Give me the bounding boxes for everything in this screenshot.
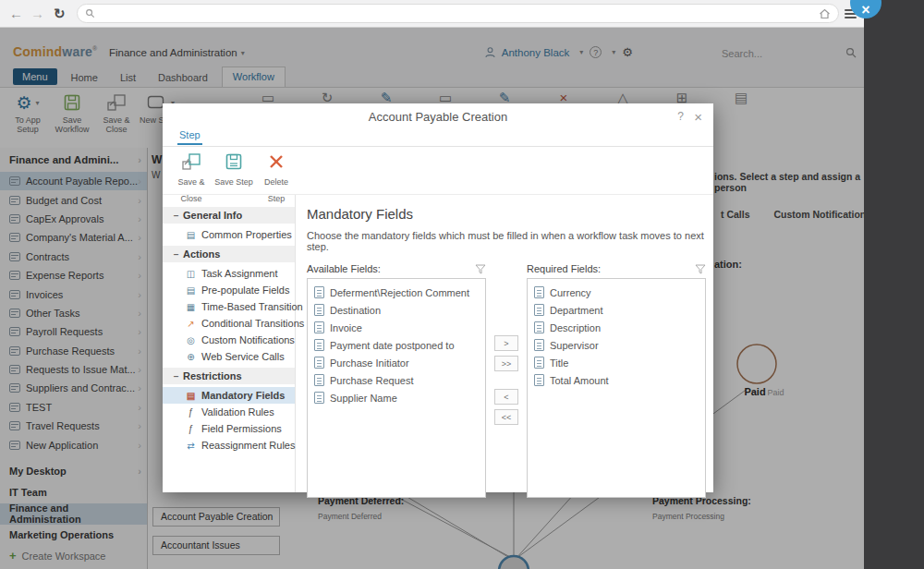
field-item[interactable]: Total Amount bbox=[528, 371, 705, 389]
search-icon[interactable] bbox=[845, 47, 857, 58]
dialog-nav-item[interactable]: ▦ Time-Based Transition bbox=[163, 298, 295, 315]
search-field[interactable]: Search... bbox=[722, 48, 762, 59]
save-step-button[interactable]: Save Step bbox=[213, 147, 255, 194]
background-tab[interactable]: Custom Notifications bbox=[774, 209, 864, 220]
back-icon[interactable] bbox=[9, 6, 23, 20]
create-workspace-button[interactable]: Create Workspace bbox=[0, 546, 147, 566]
dialog-nav-item[interactable]: ◎ Custom Notifications bbox=[163, 332, 295, 348]
app-tab[interactable]: Workflow bbox=[222, 67, 286, 87]
workspace-item[interactable]: My Desktop bbox=[0, 461, 147, 482]
sidebar-item[interactable]: Suppliers and Contrac... bbox=[0, 379, 147, 397]
dialog-close-icon[interactable]: × bbox=[694, 109, 702, 125]
sidebar-item[interactable]: Requests to Issue Mat... bbox=[0, 360, 147, 379]
field-doc-icon bbox=[314, 339, 324, 351]
to-app-setup-button[interactable]: To App Setup bbox=[6, 88, 50, 134]
dialog-nav-item[interactable]: ▤ Pre-populate Fields bbox=[163, 282, 295, 298]
chevron-right-icon bbox=[138, 466, 141, 477]
dialog-nav-item[interactable]: ◫ Task Assignment bbox=[163, 265, 295, 282]
workspace-item[interactable]: Marketing Operations bbox=[0, 525, 147, 546]
field-item[interactable]: Currency bbox=[528, 284, 705, 301]
field-item[interactable]: Department bbox=[528, 301, 705, 319]
workspace-item[interactable]: IT Team bbox=[0, 482, 147, 503]
transfer-button[interactable]: << bbox=[494, 409, 518, 425]
sidebar-item[interactable]: Contracts bbox=[0, 248, 147, 266]
field-item[interactable]: Purchase Request bbox=[308, 371, 485, 389]
transfer-button[interactable]: >> bbox=[494, 356, 518, 371]
app-tab[interactable]: Home bbox=[63, 69, 106, 87]
background-tab[interactable]: t Calls bbox=[721, 209, 750, 220]
field-item[interactable]: Invoice bbox=[308, 319, 485, 336]
dialog-nav-item[interactable]: ▤ Mandatory Fields bbox=[163, 387, 295, 404]
field-item[interactable]: Supplier Name bbox=[308, 389, 485, 406]
field-doc-icon bbox=[314, 392, 324, 404]
dialog-nav-item[interactable]: ƒ Validation Rules bbox=[163, 404, 295, 420]
filter-icon[interactable] bbox=[695, 264, 706, 274]
field-item[interactable]: Payment date postponed to bbox=[308, 336, 485, 354]
app-icon bbox=[9, 290, 20, 299]
chevron-down-icon[interactable] bbox=[612, 48, 615, 56]
workspace-item[interactable]: Finance and Administration bbox=[0, 503, 147, 525]
sidebar-item[interactable]: Invoices bbox=[0, 284, 147, 303]
help-icon[interactable]: ? bbox=[590, 46, 602, 58]
tab-step[interactable]: Step bbox=[177, 126, 202, 145]
sidebar-item[interactable]: Company's Material A... bbox=[0, 228, 147, 247]
workflow-list-button[interactable]: Account Payable Creation bbox=[152, 507, 280, 527]
filter-icon[interactable] bbox=[475, 264, 486, 274]
chevron-right-icon bbox=[138, 382, 141, 393]
save-workflow-button[interactable]: Save Workflow bbox=[50, 88, 94, 134]
field-item[interactable]: Deferment\Rejection Comment bbox=[308, 284, 485, 301]
sidebar-item[interactable]: Purchase Requests bbox=[0, 342, 147, 360]
dialog-nav-item[interactable]: – Restrictions bbox=[163, 368, 295, 384]
workspace-dropdown[interactable]: Finance and Administration bbox=[109, 47, 245, 58]
user-menu[interactable]: Anthony Black bbox=[502, 47, 570, 58]
field-doc-icon bbox=[314, 357, 324, 369]
dialog-nav-item[interactable]: ↗ Conditional Transitions bbox=[163, 315, 295, 332]
forward-icon[interactable] bbox=[30, 6, 44, 20]
sidebar-item[interactable]: Budget and Cost bbox=[0, 190, 147, 209]
field-item[interactable]: Destination bbox=[308, 301, 485, 319]
field-item[interactable]: Supervisor bbox=[528, 336, 705, 354]
app-tab[interactable]: Menu bbox=[13, 68, 57, 85]
dialog-nav-item[interactable]: ▤ Common Properties bbox=[163, 226, 295, 243]
dialog-toolbar: Save & Close Save Step Delete Step bbox=[163, 147, 713, 195]
dialog-nav-item[interactable]: – General Info bbox=[163, 207, 295, 224]
app-tab[interactable]: Dashboard bbox=[150, 69, 216, 87]
dialog-nav-item[interactable]: ⊕ Web Service Calls bbox=[163, 348, 295, 365]
dialog-nav-item[interactable]: ƒ Field Permissions bbox=[163, 420, 295, 437]
save-close-button[interactable]: Save & Close bbox=[94, 88, 139, 134]
sidebar-item[interactable]: Other Tasks bbox=[0, 304, 147, 322]
sidebar-item[interactable]: Expense Reports bbox=[0, 266, 147, 284]
printer-icon[interactable]: ▤ bbox=[734, 90, 748, 106]
chevron-right-icon bbox=[138, 270, 141, 281]
sidebar-item[interactable]: Payroll Requests bbox=[0, 322, 147, 341]
home-icon[interactable] bbox=[819, 8, 831, 19]
available-fields-list[interactable]: Deferment\Rejection Comment Destination bbox=[307, 278, 486, 498]
address-bar[interactable] bbox=[77, 4, 839, 23]
reassignment-icon: ⇄ bbox=[185, 441, 197, 451]
sidebar-item[interactable]: Travel Requests bbox=[0, 417, 147, 435]
chevron-right-icon bbox=[138, 232, 141, 243]
field-doc-icon bbox=[314, 374, 324, 386]
workflow-list-button[interactable]: Accountant Issues bbox=[152, 536, 280, 555]
delete-step-button[interactable]: Delete Step bbox=[255, 147, 298, 194]
sidebar-item[interactable]: Account Payable Repo... bbox=[0, 172, 147, 190]
field-item[interactable]: Title bbox=[528, 354, 705, 371]
field-item[interactable]: Description bbox=[528, 319, 705, 336]
save-and-close-step-button[interactable]: Save & Close bbox=[170, 147, 213, 194]
sidebar-group-header[interactable]: Finance and Admini... bbox=[0, 148, 147, 172]
transfer-button[interactable]: > bbox=[494, 335, 518, 351]
sidebar-item[interactable]: New Application bbox=[0, 435, 147, 454]
dialog-nav-item[interactable]: ⇄ Reassignment Rules bbox=[163, 437, 295, 454]
required-fields-list[interactable]: Currency Department Descript bbox=[527, 278, 706, 498]
sidebar-item[interactable]: TEST bbox=[0, 398, 147, 417]
app-tab[interactable]: List bbox=[112, 69, 144, 87]
chevron-down-icon[interactable] bbox=[579, 48, 583, 56]
workflow-node-paid[interactable]: PaidPaid bbox=[732, 342, 796, 397]
dialog-help-icon[interactable]: ? bbox=[677, 110, 684, 123]
sidebar-item[interactable]: CapEx Approvals bbox=[0, 210, 147, 228]
refresh-icon[interactable] bbox=[54, 6, 66, 20]
settings-gear-icon[interactable] bbox=[622, 45, 633, 59]
field-item[interactable]: Purchase Initiator bbox=[308, 354, 485, 371]
dialog-nav-item[interactable]: – Actions bbox=[163, 246, 295, 262]
transfer-button[interactable]: < bbox=[494, 389, 518, 405]
